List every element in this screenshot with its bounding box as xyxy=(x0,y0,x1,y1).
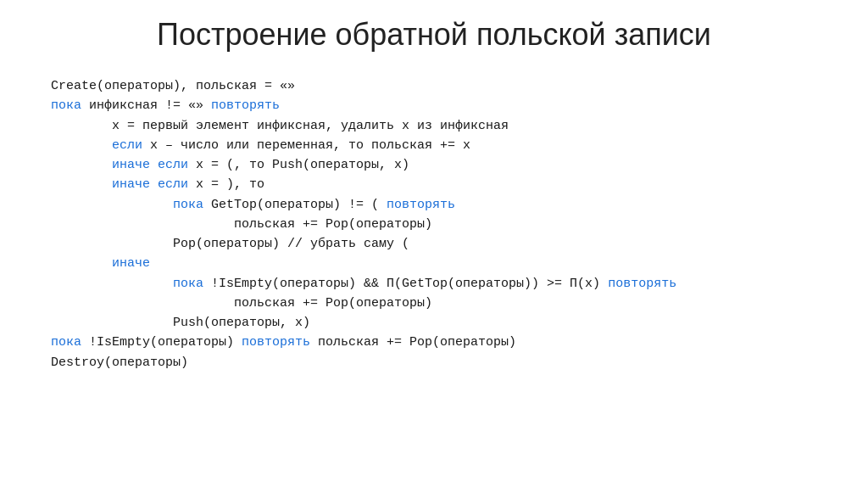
main-container: Построение обратной польской записи Crea… xyxy=(0,0,868,487)
page-title: Построение обратной польской записи xyxy=(51,17,817,53)
code-line: польская += Pop(операторы) xyxy=(51,215,817,234)
code-line: польская += Pop(операторы) xyxy=(51,294,817,313)
code-line: пока GetTop(операторы) != ( повторять xyxy=(51,195,817,215)
code-line: пока инфиксная != «» повторять xyxy=(51,96,817,115)
code-line: иначе xyxy=(51,254,817,273)
code-line: x = первый элемент инфиксная, удалить x … xyxy=(51,116,817,136)
code-line: если x – число или переменная, то польск… xyxy=(51,136,817,155)
code-line: Destroy(операторы) xyxy=(51,353,817,372)
code-line: Push(операторы, x) xyxy=(51,313,817,333)
code-line: иначе если x = ), то xyxy=(51,175,817,194)
code-line: Pop(операторы) // убрать саму ( xyxy=(51,234,817,254)
code-line: пока !IsEmpty(операторы) && П(GetTop(опе… xyxy=(51,274,817,294)
code-block: Create(операторы), польская = «»пока инф… xyxy=(51,76,817,372)
code-line: пока !IsEmpty(операторы) повторять польс… xyxy=(51,333,817,352)
code-line: Create(операторы), польская = «» xyxy=(51,76,817,96)
code-line: иначе если x = (, то Push(операторы, x) xyxy=(51,155,817,175)
